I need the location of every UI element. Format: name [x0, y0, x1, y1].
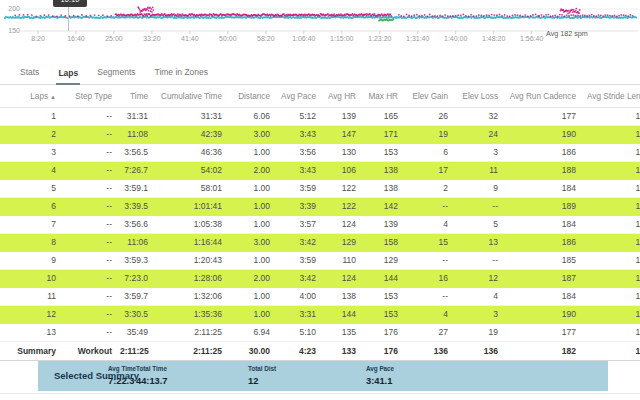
column-header-step-type[interactable]: Step Type [64, 85, 120, 108]
lap-cell: -- [64, 324, 120, 342]
lap-cell: 6.94 [230, 324, 278, 342]
lap-row-1[interactable]: 1--31:3131:316.065:1213916526321771.09 [0, 108, 640, 126]
lap-cell: 3.00 [230, 126, 278, 144]
x-axis-tick-label: 1:48:20 [482, 35, 505, 42]
lap-cell: 185 [506, 252, 584, 270]
lap-cell: 6 [406, 144, 456, 162]
lap-cell: -- [64, 252, 120, 270]
metric-value: 3:41.1 [366, 375, 394, 388]
lap-row-10[interactable]: 10--7:23.01:28:062.003:4212414416121871.… [0, 270, 640, 288]
chart-tooltip: 10:10 [53, 0, 87, 7]
lap-cell: 1:20:43 [156, 252, 230, 270]
lap-cell: 1.37 [584, 180, 640, 198]
lap-cell: 3:43 [278, 126, 324, 144]
lap-cell: 3:39.5 [120, 198, 156, 216]
column-header-avg-run-cadence[interactable]: Avg Run Cadence [506, 85, 584, 108]
column-header-avg-pace[interactable]: Avg Pace [278, 85, 324, 108]
column-header-avg-hr[interactable]: Avg HR [324, 85, 364, 108]
summary-cell: 176 [364, 342, 406, 361]
lap-row-13[interactable]: 13--35:492:11:256.945:1013517627191771.0… [0, 324, 640, 342]
tab-time-in-zones[interactable]: Time in Zones [153, 67, 211, 84]
lap-cell: 11:06 [120, 234, 156, 252]
column-header-laps[interactable]: Laps▲ [0, 85, 64, 108]
lap-cell: 13 [456, 234, 506, 252]
column-header-distance[interactable]: Distance [230, 85, 278, 108]
column-header-time[interactable]: Time [120, 85, 156, 108]
column-header-elev-gain[interactable]: Elev Gain [406, 85, 456, 108]
lap-cell: 2 [406, 180, 456, 198]
lap-cell: 122 [324, 180, 364, 198]
lap-cell: 5:10 [278, 324, 324, 342]
lap-cell: 171 [364, 126, 406, 144]
lap-cell: -- [64, 108, 120, 126]
summary-cell: 136 [406, 342, 456, 361]
column-header-max-hr[interactable]: Max HR [364, 85, 406, 108]
lap-row-6[interactable]: 6--3:39.51:01:411.003:39122142----1891.4… [0, 198, 640, 216]
lap-cell: 3:30.5 [120, 306, 156, 324]
metric-total-time: Total Time44:13.7 [136, 365, 168, 388]
lap-cell: 188 [506, 162, 584, 180]
lap-row-8[interactable]: 8--11:061:16:443.003:4212915815131861.45 [0, 234, 640, 252]
sort-asc-icon: ▲ [50, 94, 56, 100]
x-axis-tick-label: 16:40 [67, 35, 85, 42]
lap-cell: -- [64, 180, 120, 198]
tab-stats[interactable]: Stats [18, 67, 41, 84]
lap-row-12[interactable]: 12--3:30.51:35:361.003:31144153431901.50 [0, 306, 640, 324]
lap-cell: 7:26.7 [120, 162, 156, 180]
lap-cell: 26 [406, 108, 456, 126]
column-header-cumulative-time[interactable]: Cumulative Time [156, 85, 230, 108]
lap-cell: -- [64, 162, 120, 180]
lap-cell: 142 [364, 198, 406, 216]
lap-cell: 15 [406, 234, 456, 252]
tab-segments[interactable]: Segments [95, 67, 137, 84]
lap-cell: 31:31 [120, 108, 156, 126]
x-axis-tick-label: 41:40 [181, 35, 199, 42]
tab-laps[interactable]: Laps [56, 68, 80, 85]
lap-row-3[interactable]: 3--3:56.546:361.003:56130153631861.38 [0, 144, 640, 162]
column-header-avg-stride-length[interactable]: Avg Stride Length [584, 85, 640, 108]
lap-cell: -- [456, 198, 506, 216]
lap-row-7[interactable]: 7--3:56.61:05:381.003:57124139451841.38 [0, 216, 640, 234]
column-header-elev-loss[interactable]: Elev Loss [456, 85, 506, 108]
x-axis-tick-label: 1:06:40 [292, 35, 315, 42]
lap-cell: 3:56.5 [120, 144, 156, 162]
metric-total-dist: Total Dist12 [248, 365, 276, 388]
lap-row-5[interactable]: 5--3:59.158:011.003:59122138291841.37 [0, 180, 640, 198]
lap-cell: 189 [506, 198, 584, 216]
metric-label: Total Dist [248, 365, 276, 373]
cadence-scatter-svg[interactable]: 8:2016:4025:0033:2041:4050:0058:201:06:4… [0, 0, 640, 48]
lap-cell: 3:56 [278, 144, 324, 162]
lap-cell: 186 [506, 144, 584, 162]
lap-row-11[interactable]: 11--3:59.71:32:061.004:00138153--41841.3… [0, 288, 640, 306]
lap-cell: 5 [456, 216, 506, 234]
summary-cell: 136 [456, 342, 506, 361]
lap-cell: 24 [456, 126, 506, 144]
lap-cell: 190 [506, 126, 584, 144]
laps-table-body: 1--31:3131:316.065:1213916526321771.092-… [0, 108, 640, 342]
lap-cell: 1.00 [230, 198, 278, 216]
lap-cell: 1.43 [584, 198, 640, 216]
lap-cell: 3:59 [278, 252, 324, 270]
lap-cell: 1:05:38 [156, 216, 230, 234]
lap-cell: 153 [364, 288, 406, 306]
x-axis-tick-label: 25:00 [105, 35, 123, 42]
metric-label: Avg Time [108, 365, 136, 373]
lap-cell: 138 [324, 288, 364, 306]
x-axis-tick-label: 1:40:00 [444, 35, 467, 42]
lap-cell: -- [456, 252, 506, 270]
lap-row-2[interactable]: 2--11:0842:393.003:4314717119241901.42 [0, 126, 640, 144]
lap-cell: -- [406, 198, 456, 216]
activity-laps-page: 8:2016:4025:0033:2041:4050:0058:201:06:4… [0, 0, 640, 400]
lap-cell: 177 [506, 108, 584, 126]
x-axis-tick-label: 58:20 [257, 35, 275, 42]
lap-row-4[interactable]: 4--7:26.754:022.003:4310613817111881.43 [0, 162, 640, 180]
summary-cell: Workout [64, 342, 120, 361]
lap-cell: 177 [506, 324, 584, 342]
lap-cell: 1.45 [584, 234, 640, 252]
lap-cell: 16 [406, 270, 456, 288]
lap-cell: 4 [0, 162, 64, 180]
lap-row-9[interactable]: 9--3:59.31:20:431.003:59110129----1851.3… [0, 252, 640, 270]
run-cadence-chart[interactable]: 8:2016:4025:0033:2041:4050:0058:201:06:4… [0, 0, 640, 48]
metric-avg-pace: Avg Pace3:41.1 [366, 365, 394, 388]
lap-cell: 1 [0, 108, 64, 126]
